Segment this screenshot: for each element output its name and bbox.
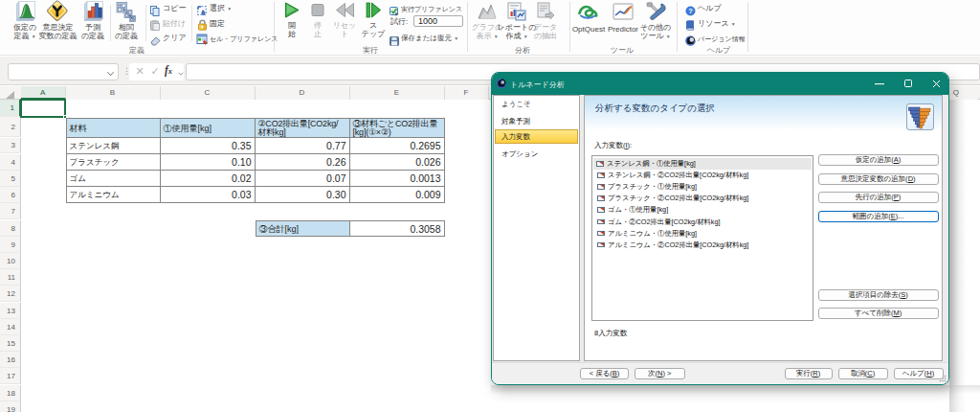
svg-text:?: ? [688,7,693,15]
